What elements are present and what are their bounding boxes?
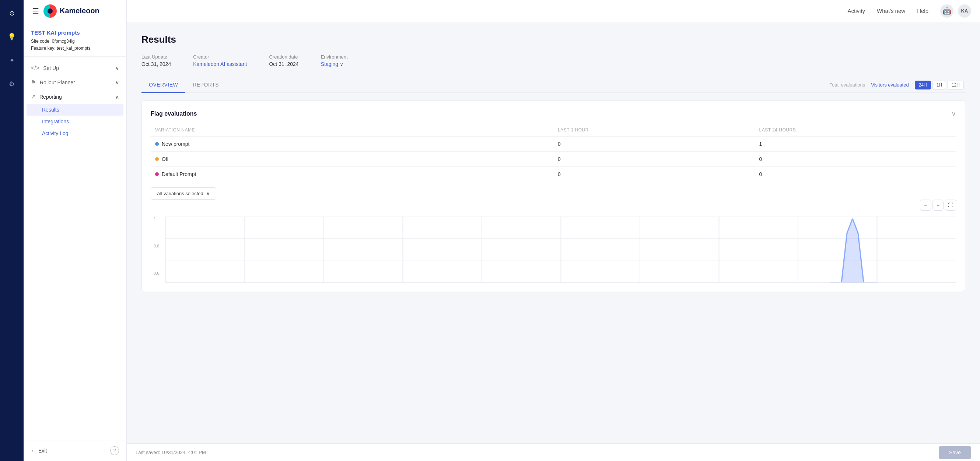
main-content: Activity What's new Help 🤖 KA Results La…: [127, 0, 980, 461]
flag-evaluations-card: Flag evaluations ∨ Variation name Last 1…: [142, 100, 965, 292]
total-evaluations-label: Total evaluations: [829, 82, 865, 87]
chart-canvas: [165, 216, 956, 283]
creation-date-info: Creation date Oct 31, 2024: [269, 54, 298, 67]
project-name: TEST KAI prompts: [31, 29, 119, 36]
creator-info: Creator Kameleoon AI assistant: [193, 54, 247, 67]
main-topbar: Activity What's new Help 🤖 KA: [127, 0, 980, 22]
env-chevron-icon: ∨: [340, 61, 344, 67]
dropdown-chevron-icon: ∨: [206, 191, 210, 196]
creation-date-value: Oct 31, 2024: [269, 61, 298, 67]
row-1h-1: 0: [554, 152, 755, 167]
environment-info: Environment Staging ∨: [321, 54, 348, 67]
sidebar: ☰ Kameleoon TEST KAI prompts Site code: …: [24, 0, 127, 461]
evaluation-table: Variation name Last 1 hour Last 24 hours…: [151, 125, 956, 181]
topbar: ☰ Kameleoon: [24, 0, 126, 22]
last-update-label: Last Update: [142, 54, 171, 60]
col-header-1h: Last 1 hour: [554, 125, 755, 137]
y-label-1: 1: [154, 216, 159, 221]
exit-label: Exit: [38, 448, 47, 454]
dot-new-prompt: [155, 142, 159, 146]
table-row: New prompt 0 1: [151, 137, 956, 152]
activity-link[interactable]: Activity: [848, 8, 865, 14]
creator-label: Creator: [193, 54, 247, 60]
sidebar-header: TEST KAI prompts Site code: 0fpmcg34lg F…: [24, 22, 126, 57]
sidebar-item-setup[interactable]: </> Set Up ∨: [24, 61, 126, 75]
environment-label: Environment: [321, 54, 348, 60]
time-btn-12h[interactable]: 12H: [948, 81, 964, 89]
row-1h-0: 0: [554, 137, 755, 152]
row-24h-1: 0: [755, 152, 956, 167]
card-header: Flag evaluations ∨: [151, 110, 956, 118]
tab-overview[interactable]: OVERVIEW: [142, 77, 185, 93]
tabs-right-controls: Total evaluations Visitors evaluated 24H…: [829, 81, 965, 89]
zoom-out-button[interactable]: −: [920, 200, 931, 211]
sidebar-sub-results[interactable]: Results: [27, 104, 123, 116]
row-name-0: New prompt: [162, 141, 189, 147]
page-area: Results Last Update Oct 31, 2024 Creator…: [127, 22, 980, 444]
row-1h-2: 0: [554, 167, 755, 182]
nav-icon-home[interactable]: ⊙: [5, 6, 19, 21]
nav-icon-bulb[interactable]: 💡: [5, 29, 19, 44]
tabs-row: OVERVIEW REPORTS Total evaluations Visit…: [142, 77, 965, 93]
site-code-label: Site code:: [31, 39, 51, 44]
sidebar-sub-activity-log[interactable]: Activity Log: [24, 127, 126, 139]
sidebar-footer: ← Exit ?: [24, 440, 126, 461]
reporting-label: Reporting: [40, 94, 62, 100]
y-label-06: 0.6: [154, 271, 159, 275]
card-title: Flag evaluations: [151, 110, 197, 117]
tab-group: OVERVIEW REPORTS: [142, 77, 226, 92]
row-name-2: Default Prompt: [162, 171, 196, 177]
table-row: Off 0 0: [151, 152, 956, 167]
user-avatar[interactable]: KA: [958, 5, 971, 17]
logo-text: Kameleoon: [60, 6, 99, 15]
reporting-chevron-icon: ∧: [115, 94, 119, 100]
status-bar: Last saved: 10/31/2024, 4:01 PM Save: [127, 444, 980, 461]
row-24h-0: 1: [755, 137, 956, 152]
hamburger-icon[interactable]: ☰: [32, 6, 39, 16]
last-update-info: Last Update Oct 31, 2024: [142, 54, 171, 67]
nav-icon-nodes[interactable]: ✦: [5, 53, 19, 68]
environment-value[interactable]: Staging ∨: [321, 61, 348, 67]
sidebar-item-reporting[interactable]: ↗ Reporting ∧: [24, 89, 126, 104]
help-button[interactable]: ?: [110, 446, 119, 455]
sidebar-sub-integrations[interactable]: Integrations: [24, 116, 126, 127]
feature-key-label: Feature key:: [31, 46, 56, 51]
whats-new-link[interactable]: What's new: [877, 8, 905, 14]
card-collapse-icon[interactable]: ∨: [951, 110, 956, 118]
visitors-evaluated-label: Visitors evaluated: [871, 82, 908, 87]
sidebar-meta: Site code: 0fpmcg34lg Feature key: test_…: [31, 38, 119, 52]
svg-marker-12: [830, 219, 877, 282]
setup-label: Set Up: [43, 65, 59, 71]
exit-button[interactable]: ← Exit: [31, 448, 47, 454]
exit-arrow-icon: ←: [31, 448, 36, 454]
chart-svg: [166, 216, 956, 282]
tab-reports[interactable]: REPORTS: [185, 77, 226, 93]
time-btn-1h[interactable]: 1H: [932, 81, 946, 89]
expand-button[interactable]: ⛶: [945, 200, 956, 211]
sidebar-nav: </> Set Up ∨ ⚑ Rollout Planner ∨ ↗ Repor…: [24, 57, 126, 440]
site-code-value: 0fpmcg34lg: [52, 39, 75, 44]
rollout-label: Rollout Planner: [40, 79, 75, 86]
last-saved-text: Last saved: 10/31/2024, 4:01 PM: [135, 450, 206, 455]
info-bar: Last Update Oct 31, 2024 Creator Kameleo…: [142, 54, 965, 67]
dot-off: [155, 157, 159, 161]
table-row: Default Prompt 0 0: [151, 167, 956, 182]
zoom-in-button[interactable]: +: [932, 200, 943, 211]
setup-chevron-icon: ∨: [115, 65, 119, 71]
nav-icon-settings[interactable]: ⚙: [5, 76, 19, 91]
col-header-24h: Last 24 hours: [755, 125, 956, 137]
dropdown-label: All variations selected: [157, 191, 204, 196]
time-btn-24h[interactable]: 24H: [915, 81, 931, 89]
sidebar-item-rollout[interactable]: ⚑ Rollout Planner ∨: [24, 75, 126, 89]
creation-date-label: Creation date: [269, 54, 298, 60]
robot-avatar[interactable]: 🤖: [940, 5, 953, 17]
creator-value[interactable]: Kameleoon AI assistant: [193, 61, 247, 67]
variations-dropdown[interactable]: All variations selected ∨: [151, 188, 216, 200]
save-button[interactable]: Save: [939, 446, 971, 459]
last-update-value: Oct 31, 2024: [142, 61, 171, 67]
y-label-08: 0.8: [154, 244, 159, 248]
left-icon-strip: ⊙ 💡 ✦ ⚙: [0, 0, 24, 461]
top-nav: Activity What's new Help: [848, 8, 928, 14]
help-link[interactable]: Help: [917, 8, 928, 14]
reporting-icon: ↗: [31, 93, 36, 100]
